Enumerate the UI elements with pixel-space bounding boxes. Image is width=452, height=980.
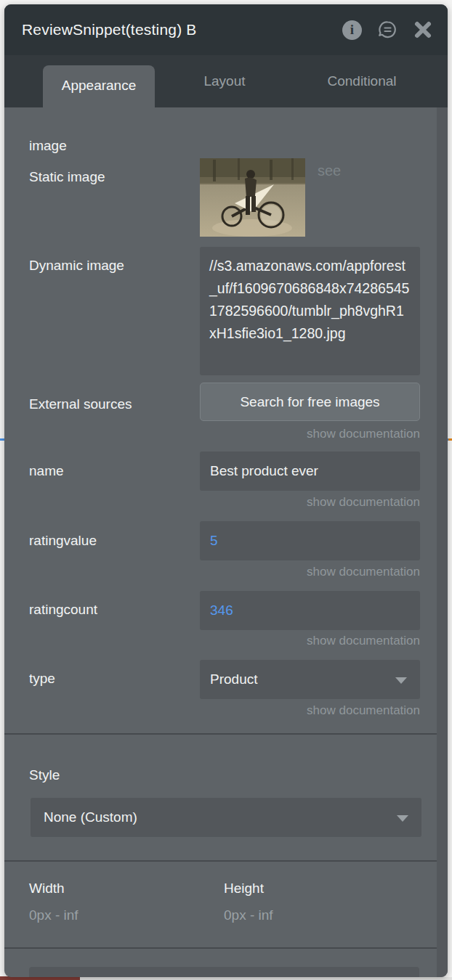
ratingcount-label: ratingcount <box>29 602 97 618</box>
section-divider <box>4 733 448 735</box>
width-range-value: 0px - inf <box>29 907 78 923</box>
chevron-down-icon <box>395 677 407 684</box>
type-dropdown[interactable]: Product <box>200 660 420 699</box>
show-documentation-link[interactable]: show documentation <box>307 495 420 510</box>
chevron-down-icon <box>397 815 408 822</box>
ratingcount-input[interactable]: 346 <box>200 591 420 630</box>
height-label: Height <box>224 881 264 897</box>
close-icon[interactable] <box>413 20 433 40</box>
tab-conditional[interactable]: Conditional <box>296 55 427 107</box>
see-link[interactable]: see <box>318 163 341 179</box>
ratingvalue-input[interactable]: 5 <box>200 521 420 560</box>
tab-appearance[interactable]: Appearance <box>43 65 155 107</box>
name-input[interactable]: Best product ever <box>200 452 420 491</box>
info-icon[interactable]: i <box>342 20 362 40</box>
external-sources-label: External sources <box>29 396 132 412</box>
style-label: Style <box>29 767 60 783</box>
dynamic-image-input[interactable]: //s3.amazonaws.com/appforest_uf/f1609670… <box>200 247 420 375</box>
static-image-label: Static image <box>29 169 105 185</box>
height-range-value: 0px - inf <box>224 907 273 923</box>
show-documentation-link[interactable]: show documentation <box>307 634 420 648</box>
show-documentation-link[interactable]: show documentation <box>307 427 420 441</box>
panel-body: image Static image <box>4 107 448 977</box>
dynamic-image-label: Dynamic image <box>29 258 124 274</box>
width-label: Width <box>29 881 65 897</box>
header-icons: i <box>342 19 448 41</box>
scrollbar-track[interactable] <box>437 107 448 977</box>
section-divider <box>4 860 448 862</box>
canvas-guide-line-orange <box>448 438 452 441</box>
ratingvalue-label: ratingvalue <box>29 533 97 549</box>
section-divider <box>4 947 448 949</box>
clipped-dropdown[interactable] <box>29 967 419 977</box>
search-free-images-button[interactable]: Search for free images <box>200 383 420 421</box>
type-label: type <box>29 671 55 687</box>
image-section-label: image <box>29 138 67 154</box>
name-label: name <box>29 463 64 479</box>
style-dropdown-value: None (Custom) <box>44 809 137 825</box>
style-dropdown[interactable]: None (Custom) <box>31 798 421 837</box>
panel-header: ReviewSnippet(testing) B i <box>4 4 448 55</box>
comment-icon[interactable] <box>376 19 398 41</box>
show-documentation-link[interactable]: show documentation <box>307 703 420 718</box>
static-image-thumbnail[interactable] <box>200 158 305 237</box>
panel-title: ReviewSnippet(testing) B <box>4 21 342 38</box>
show-documentation-link[interactable]: show documentation <box>307 565 420 579</box>
type-dropdown-value: Product <box>210 671 257 687</box>
property-editor-panel: ReviewSnippet(testing) B i Appearance La… <box>4 4 448 977</box>
tab-bar: Appearance Layout Conditional <box>4 55 448 107</box>
tab-layout[interactable]: Layout <box>166 55 283 107</box>
